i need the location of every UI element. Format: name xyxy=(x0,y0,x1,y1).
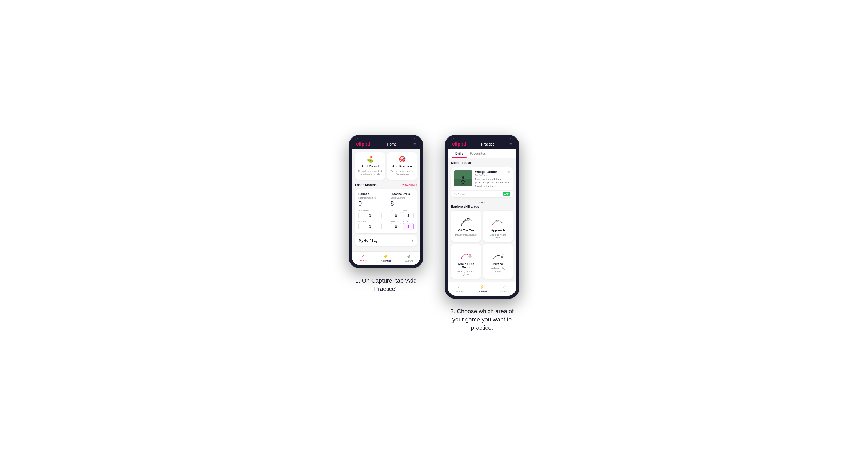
my-golf-bag[interactable]: My Golf Bag › xyxy=(355,236,417,246)
rounds-capture-val: 0 xyxy=(358,200,382,207)
capture-label-2: Capture xyxy=(500,290,509,293)
phone2-header-title: Practice xyxy=(481,142,495,146)
add-round-title: Add Round xyxy=(362,164,379,168)
star-icon[interactable]: ☆ xyxy=(507,170,510,174)
featured-drill-image xyxy=(454,170,472,186)
app-val: 4 xyxy=(404,214,412,218)
activities-label-1: Activities xyxy=(381,260,391,262)
ott-label: OTT xyxy=(391,209,402,212)
putting-name: Putting xyxy=(493,262,503,266)
dot-1[interactable] xyxy=(478,201,480,203)
app-label: APP xyxy=(403,209,414,212)
putting-desc: Make and lag practice xyxy=(486,267,510,272)
svg-marker-22 xyxy=(502,253,503,254)
stats-container: Rounds Rounds Capture 0 Tournament 0 xyxy=(355,189,417,233)
drills-capture-val: 8 xyxy=(391,200,414,207)
add-practice-desc: Capture your practice off-the-course xyxy=(390,170,414,176)
home-label-1: Home xyxy=(360,259,367,262)
nav-activities-1[interactable]: ⚡ Activities xyxy=(375,252,397,265)
phone1-screen: clippd Home ≡ ⛳ Add Round Record your sh… xyxy=(352,138,420,265)
activities-label-2: Activities xyxy=(477,290,487,293)
stats-row: Rounds Rounds Capture 0 Tournament 0 xyxy=(358,192,414,230)
nav-capture-2[interactable]: ⊕ Capture xyxy=(493,282,516,295)
phone2-frame: clippd Practice ≡ Drills Favourites Most… xyxy=(445,135,519,299)
phone1-section: clippd Home ≡ ⛳ Add Round Record your sh… xyxy=(349,135,423,293)
dot-3[interactable] xyxy=(484,201,486,203)
around-green-name: Around The Green xyxy=(454,262,478,269)
off-the-tee-desc: Power and accuracy xyxy=(455,234,477,236)
add-round-card[interactable]: ⛳ Add Round Record your shots fast or en… xyxy=(355,152,385,180)
arg-val: 0 xyxy=(393,224,400,229)
rounds-col: Rounds Rounds Capture 0 Tournament 0 xyxy=(358,192,382,230)
phone1-content: ⛳ Add Round Record your shots fast or en… xyxy=(352,149,420,251)
around-green-desc: Hone your short game xyxy=(454,270,478,276)
nav-capture-1[interactable]: ⊕ Capture xyxy=(398,252,420,265)
view-activity-link[interactable]: View Activity xyxy=(402,183,417,186)
ott-group: OTT 0 xyxy=(391,209,402,219)
phone2-content: Most Popular xyxy=(448,158,516,282)
arg-label: ARG xyxy=(391,220,402,223)
featured-drill-title: Wedge Ladder ☆ xyxy=(475,170,510,174)
featured-yardage: 50–100 yds xyxy=(475,174,510,177)
activities-icon-2: ⚡ xyxy=(479,284,485,289)
off-the-tee-name: Off The Tee xyxy=(458,229,474,232)
phone1-menu-icon[interactable]: ≡ xyxy=(413,142,416,147)
phone2-caption: 2. Choose which area of your game you wa… xyxy=(445,307,519,332)
svg-point-20 xyxy=(501,256,503,258)
add-round-icon: ⛳ xyxy=(367,156,374,163)
skill-card-off-the-tee[interactable]: Off The Tee Power and accuracy xyxy=(451,211,481,242)
app-logo-1: clippd xyxy=(356,141,370,147)
phone2-bottom-nav: ⌂ Home ⚡ Activities ⊕ Capture xyxy=(448,282,516,295)
around-green-icon-area xyxy=(458,247,474,261)
tournament-val: 0 xyxy=(360,214,380,218)
carousel-dots xyxy=(451,200,513,205)
rounds-title: Rounds xyxy=(358,192,382,195)
nav-home-2[interactable]: ⌂ Home xyxy=(448,282,470,295)
svg-point-16 xyxy=(469,256,470,256)
shots-count: 9 shots xyxy=(458,193,465,195)
add-round-desc: Record your shots fast or enhanced mode xyxy=(358,170,382,176)
page-container: clippd Home ≡ ⛳ Add Round Record your sh… xyxy=(274,135,594,332)
tab-drills[interactable]: Drills xyxy=(452,149,467,158)
skill-card-putting[interactable]: Putting Make and lag practice xyxy=(483,244,513,279)
dot-2[interactable] xyxy=(481,201,483,203)
tab-favourites[interactable]: Favourites xyxy=(467,149,489,158)
featured-drill-card[interactable]: Wedge Ladder ☆ 50–100 yds Play 1 shot at… xyxy=(451,167,513,197)
featured-footer: 🕐 9 shots APP xyxy=(451,190,513,197)
off-the-tee-icon-area xyxy=(458,214,474,227)
capture-cards: ⛳ Add Round Record your shots fast or en… xyxy=(355,152,417,180)
svg-point-2 xyxy=(462,177,464,179)
practice-val: 0 xyxy=(360,224,380,229)
last-months-label: Last 3 Months xyxy=(355,183,377,187)
capture-icon-1: ⊕ xyxy=(407,254,410,259)
nav-activities-2[interactable]: ⚡ Activities xyxy=(470,282,493,295)
tournament-box: 0 xyxy=(358,212,382,219)
capture-label-1: Capture xyxy=(404,260,413,262)
phone1-frame: clippd Home ≡ ⛳ Add Round Record your sh… xyxy=(349,135,423,268)
home-icon-1: ⌂ xyxy=(362,254,365,258)
clock-icon: 🕐 xyxy=(454,193,457,195)
golf-bag-label: My Golf Bag xyxy=(359,239,377,243)
skill-card-approach[interactable]: Approach Dial-in to hit the green xyxy=(483,211,513,242)
practice-box: 0 xyxy=(358,223,382,230)
explore-title: Explore skill areas xyxy=(451,205,513,209)
tournament-label: Tournament xyxy=(358,209,382,212)
activities-icon-1: ⚡ xyxy=(383,254,389,259)
capture-icon-2: ⊕ xyxy=(503,284,506,289)
phone2-menu-icon[interactable]: ≡ xyxy=(509,142,512,147)
shots-info: 🕐 9 shots xyxy=(454,193,465,195)
app-group: APP 4 xyxy=(403,209,414,219)
putt-val: 4 xyxy=(404,224,412,229)
skill-card-around-green[interactable]: Around The Green Hone your short game xyxy=(451,244,481,279)
featured-drill-info: Wedge Ladder ☆ 50–100 yds Play 1 shot at… xyxy=(475,170,510,188)
approach-icon-area xyxy=(490,214,506,227)
nav-home-1[interactable]: ⌂ Home xyxy=(352,252,375,265)
arg-box: 0 xyxy=(391,223,402,230)
add-practice-card[interactable]: 🎯 Add Practice Capture your practice off… xyxy=(387,152,417,180)
putt-group: PUTT 4 xyxy=(403,220,414,230)
most-popular-title: Most Popular xyxy=(451,161,513,165)
practice-label: Practice xyxy=(358,220,382,223)
add-practice-icon: 🎯 xyxy=(399,156,406,163)
app-box: 4 xyxy=(403,212,414,219)
phone1-bottom-nav: ⌂ Home ⚡ Activities ⊕ Capture xyxy=(352,251,420,265)
